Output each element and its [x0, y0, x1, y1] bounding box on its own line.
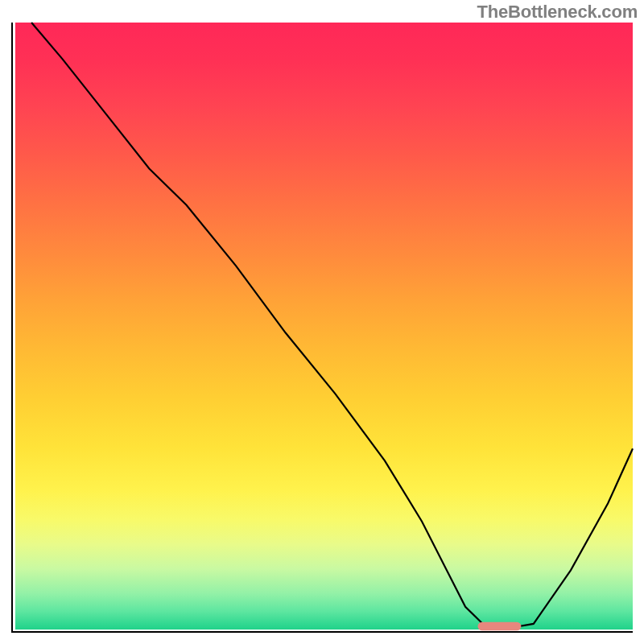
bottleneck-curve	[31, 23, 633, 628]
optimal-range-marker	[478, 622, 522, 631]
chart-canvas: TheBottleneck.com	[0, 0, 644, 644]
plot-area	[11, 23, 633, 633]
watermark-text: TheBottleneck.com	[477, 2, 638, 23]
chart-overlay	[13, 23, 633, 631]
